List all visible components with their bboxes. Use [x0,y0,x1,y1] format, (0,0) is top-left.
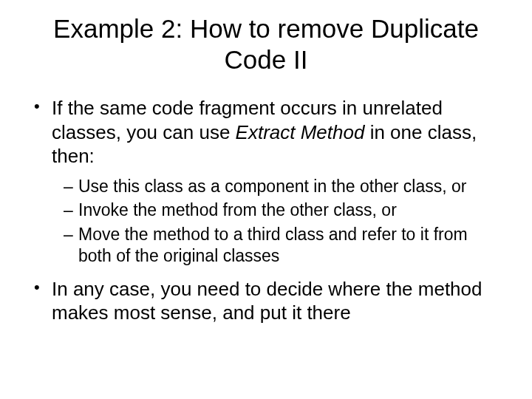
sub-bullet-list: Use this class as a component in the oth… [30,176,502,267]
main-bullet-list: If the same code fragment occurs in unre… [30,96,502,168]
slide-title: Example 2: How to remove Duplicate Code … [30,13,502,75]
bullet-text-italic: Extract Method [236,121,365,143]
bullet-item: In any case, you need to decide where th… [30,277,502,325]
sub-bullet-item: Move the method to a third class and ref… [64,224,502,267]
bullet-item: If the same code fragment occurs in unre… [30,96,502,168]
sub-bullet-item: Invoke the method from the other class, … [64,200,502,221]
sub-bullet-item: Use this class as a component in the oth… [64,176,502,197]
main-bullet-list-2: In any case, you need to decide where th… [30,277,502,325]
